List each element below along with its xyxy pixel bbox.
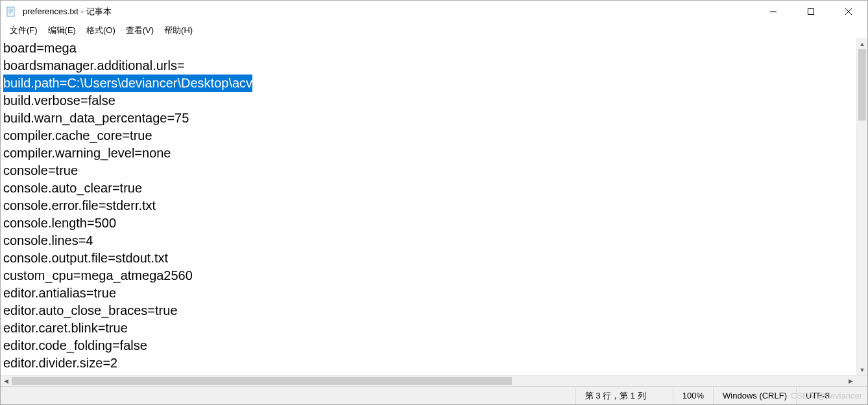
text-line[interactable]: console.length=500 [3, 214, 854, 232]
text-line[interactable]: editor.divider.size=2 [3, 354, 854, 372]
text-line[interactable]: build.path=C:\Users\deviancer\Desktop\ac… [3, 75, 854, 92]
text-line[interactable]: editor.caret.blink=true [3, 319, 854, 337]
window-controls [754, 1, 867, 23]
text-line[interactable]: console.lines=4 [3, 232, 854, 249]
title-bar: preferences.txt - 记事本 [1, 1, 867, 23]
horizontal-scrollbar[interactable]: ◀ ▶ [1, 375, 867, 386]
content-wrap: board=megaboardsmanager.additional.urls=… [1, 38, 867, 375]
horizontal-scroll-track[interactable] [12, 376, 845, 386]
vertical-scroll-thumb[interactable] [858, 49, 866, 121]
scroll-left-button[interactable]: ◀ [1, 376, 12, 386]
text-editor[interactable]: board=megaboardsmanager.additional.urls=… [1, 38, 856, 375]
scroll-corner [856, 376, 867, 386]
notepad-window: preferences.txt - 记事本 文件(F) 编辑(E) 格式(O) … [0, 0, 868, 405]
minimize-button[interactable] [754, 1, 792, 23]
text-line[interactable]: console.error.file=stderr.txt [3, 197, 854, 214]
menu-edit[interactable]: 编辑(E) [43, 23, 81, 38]
text-line[interactable]: compiler.cache_core=true [3, 127, 854, 145]
menu-format[interactable]: 格式(O) [81, 23, 121, 38]
text-line[interactable]: build.verbose=false [3, 92, 854, 110]
text-line[interactable]: console.auto_clear=true [3, 179, 854, 197]
status-position: 第 3 行，第 1 列 [575, 387, 673, 404]
menu-view[interactable]: 查看(V) [121, 23, 159, 38]
close-button[interactable] [830, 1, 867, 23]
window-title: preferences.txt - 记事本 [21, 6, 754, 17]
status-line-ending: Windows (CRLF) [713, 387, 796, 404]
text-line[interactable]: compiler.warning_level=none [3, 145, 854, 162]
scroll-up-button[interactable]: ▲ [857, 38, 867, 49]
menu-help[interactable]: 帮助(H) [159, 23, 198, 38]
app-icon [6, 6, 16, 17]
text-line[interactable]: console=true [3, 162, 854, 179]
text-line[interactable]: console.output.file=stdout.txt [3, 249, 854, 267]
svg-rect-6 [808, 9, 814, 15]
status-bar: 第 3 行，第 1 列 100% Windows (CRLF) UTF-8 CS… [1, 386, 867, 404]
text-line[interactable]: custom_cpu=mega_atmega2560 [3, 267, 854, 284]
status-zoom: 100% [673, 387, 713, 404]
text-line[interactable]: boardsmanager.additional.urls= [3, 57, 854, 75]
menu-bar: 文件(F) 编辑(E) 格式(O) 查看(V) 帮助(H) [1, 23, 867, 38]
text-line[interactable]: editor.code_folding=false [3, 337, 854, 354]
horizontal-scroll-thumb[interactable] [12, 377, 512, 385]
status-encoding: UTF-8 [796, 387, 867, 404]
menu-file[interactable]: 文件(F) [5, 23, 43, 38]
text-line[interactable]: build.warn_data_percentage=75 [3, 110, 854, 127]
text-line[interactable]: editor.antialias=true [3, 284, 854, 302]
text-line[interactable]: board=mega [3, 40, 854, 57]
vertical-scrollbar[interactable]: ▲ ▼ [856, 38, 867, 375]
scroll-right-button[interactable]: ▶ [845, 376, 856, 386]
text-line[interactable]: editor.auto_close_braces=true [3, 302, 854, 319]
scroll-down-button[interactable]: ▼ [857, 364, 867, 375]
maximize-button[interactable] [792, 1, 830, 23]
